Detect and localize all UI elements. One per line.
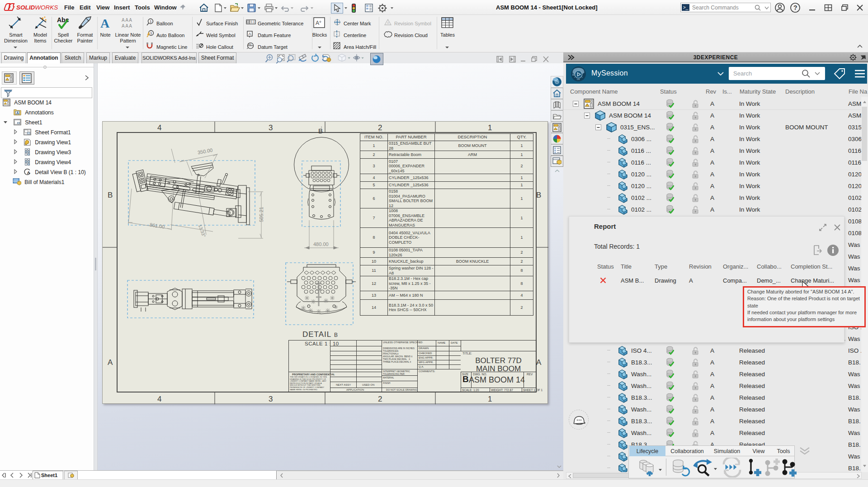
svg-text:1: 1 [488,395,492,403]
svg-text:DETAIL: DETAIL [302,330,331,339]
svg-text:A: A [249,32,251,36]
svg-text:4: 4 [157,123,161,132]
svg-text:4: 4 [157,395,161,403]
svg-text:505.21: 505.21 [259,207,264,222]
svg-text:B: B [334,332,338,338]
svg-text:B: B [108,191,113,199]
svg-text:A: A [27,170,30,175]
svg-text:2: 2 [378,123,382,132]
svg-text:1: 1 [488,123,492,132]
svg-text:350.00: 350.00 [197,147,213,156]
svg-text:AAA: AAA [122,18,133,23]
svg-text:SOLIDWORKS: SOLIDWORKS [16,4,58,11]
svg-text:861.00: 861.00 [149,222,165,230]
svg-text:A: A [16,111,19,115]
svg-text:B: B [536,191,541,199]
svg-text:?: ? [793,4,797,11]
svg-text:A1: A1 [248,43,252,46]
svg-text:480.00: 480.00 [313,241,329,247]
svg-text:1: 1 [150,19,152,24]
svg-text:A: A [387,21,389,24]
svg-text:B: B [318,127,323,135]
svg-text:A: A [108,358,113,367]
svg-text:V.R: V.R [577,78,580,80]
svg-text:A°: A° [316,20,321,26]
svg-text:3: 3 [269,123,273,132]
svg-text:3: 3 [269,395,273,403]
svg-text:A: A [100,16,110,30]
svg-text:AAA: AAA [122,24,133,28]
svg-text:A: A [536,358,542,367]
svg-text:0.1: 0.1 [250,20,255,24]
svg-text:1: 1 [150,31,152,35]
svg-text:3D: 3D [572,74,576,76]
svg-text:2: 2 [378,395,382,403]
